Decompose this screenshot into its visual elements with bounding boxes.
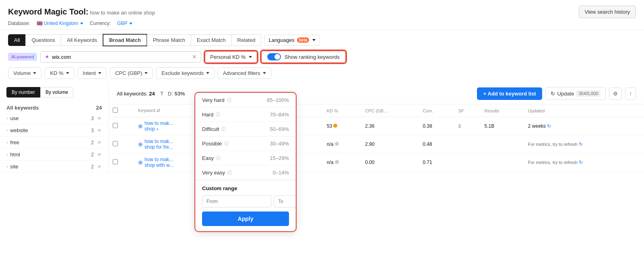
- col-checkbox: [109, 104, 134, 117]
- update-count-badge: 354/5,000: [576, 90, 601, 97]
- refresh-icon[interactable]: ↻: [579, 160, 583, 165]
- chevron-right-icon: ›: [6, 128, 8, 133]
- sidebar-item-free[interactable]: › free 2 👁: [0, 137, 108, 149]
- kd-filter[interactable]: KD %: [45, 67, 74, 79]
- col-sf[interactable]: SF: [454, 104, 481, 117]
- beta-badge: beta: [297, 37, 310, 43]
- sidebar-item-use[interactable]: › use 3 👁: [0, 112, 108, 124]
- tab-exact-match[interactable]: Exact Match: [191, 34, 232, 46]
- show-ranking-toggle-wrap[interactable]: Show ranking keywords: [261, 50, 346, 63]
- exclude-keywords-filter[interactable]: Exclude keywords: [156, 67, 215, 79]
- database-dropdown[interactable]: 🇬🇧 United Kingdom: [37, 21, 83, 26]
- row-checkbox[interactable]: [113, 123, 118, 128]
- tab-all-keywords[interactable]: All Keywords: [61, 34, 103, 46]
- sidebar-item-site[interactable]: › site 2 👁: [0, 161, 108, 173]
- kd-chevron-icon: [249, 56, 252, 58]
- toolbar: All Questions All Keywords Broad Match P…: [0, 30, 644, 63]
- cpc-filter[interactable]: CPC (GBP): [110, 67, 153, 79]
- content-area: By number By volume All keywords 24 › us…: [0, 83, 644, 173]
- keywords-table: Keyword ⇄ Trend ✦ PKD % KD % CPC (GB... …: [109, 104, 644, 172]
- eye-icon[interactable]: 👁: [97, 140, 102, 145]
- plus-icon[interactable]: ⊕: [138, 123, 143, 129]
- table-header: All keywords: 24 T D: 53% + Add to keywo…: [109, 83, 644, 104]
- col-updated[interactable]: Updated: [524, 104, 644, 117]
- info-icon[interactable]: ⓘ: [227, 97, 231, 103]
- keyword-link-2[interactable]: shop »: [144, 126, 159, 132]
- eye-icon[interactable]: 👁: [97, 164, 102, 170]
- advanced-filters-btn[interactable]: Advanced filters: [218, 67, 271, 79]
- currency-chevron-icon: [129, 23, 132, 25]
- export-button[interactable]: ↑: [625, 87, 636, 100]
- col-com[interactable]: Com.: [419, 104, 454, 117]
- table-actions: + Add to keyword list ↻ Update 354/5,000…: [477, 87, 636, 100]
- tab-broad-match[interactable]: Broad Match: [103, 34, 147, 46]
- kd-filter-chevron-icon: [66, 72, 69, 74]
- add-to-keyword-list-button[interactable]: + Add to keyword list: [477, 87, 543, 100]
- row-checkbox[interactable]: [113, 159, 118, 164]
- info-icon[interactable]: ⓘ: [227, 170, 232, 173]
- sidebar-tabs: By number By volume: [0, 83, 108, 102]
- kd-option-very-hard[interactable]: Very hard ⓘ 85–100%: [196, 93, 295, 108]
- col-kd[interactable]: KD %: [323, 104, 361, 117]
- kd-dropdown: Personal KD %: [204, 51, 258, 63]
- kd-option-very-easy[interactable]: Very easy ⓘ 0–14%: [196, 166, 295, 173]
- row-checkbox[interactable]: [113, 141, 118, 146]
- exclude-chevron-icon: [206, 72, 209, 74]
- plus-icon[interactable]: ⊕: [138, 141, 143, 147]
- table-header-row: Keyword ⇄ Trend ✦ PKD % KD % CPC (GB... …: [109, 104, 644, 117]
- eye-icon[interactable]: 👁: [97, 116, 102, 121]
- tab-questions[interactable]: Questions: [25, 34, 61, 46]
- select-all-checkbox[interactable]: [113, 108, 118, 113]
- info-icon[interactable]: ⓘ: [221, 126, 226, 132]
- keyword-link[interactable]: how to mak...: [144, 120, 173, 126]
- by-number-tab[interactable]: By number: [6, 87, 40, 97]
- col-cpc[interactable]: CPC (GB...: [361, 104, 419, 117]
- tab-bar: All Questions All Keywords Broad Match P…: [8, 34, 636, 46]
- by-volume-tab[interactable]: By volume: [40, 87, 73, 97]
- keyword-link-2[interactable]: shop for fre...: [144, 144, 173, 150]
- refresh-icon[interactable]: ↻: [579, 141, 583, 147]
- refresh-icon: ↻: [551, 91, 555, 97]
- kd-dot: [335, 160, 339, 164]
- tab-all[interactable]: All: [8, 34, 26, 46]
- settings-button[interactable]: ⚙: [609, 87, 622, 100]
- tab-phrase-match[interactable]: Phrase Match: [147, 34, 191, 46]
- kd-option-difficult[interactable]: Difficult ⓘ 50–69%: [196, 122, 295, 137]
- eye-icon[interactable]: 👁: [97, 152, 102, 158]
- view-history-button[interactable]: View search history: [579, 6, 636, 18]
- volume-filter[interactable]: Volume: [8, 67, 41, 79]
- search-input[interactable]: [52, 54, 190, 60]
- eye-icon[interactable]: 👁: [97, 128, 102, 133]
- intent-filter[interactable]: Intent: [78, 67, 107, 79]
- update-button[interactable]: ↻ Update 354/5,000: [545, 87, 606, 100]
- keyword-link-2[interactable]: shop with w...: [144, 162, 173, 168]
- show-ranking-label: Show ranking keywords: [284, 54, 339, 60]
- tab-related[interactable]: Related: [231, 34, 262, 46]
- ai-powered-label: AI-powered: [8, 53, 37, 61]
- keyword-link[interactable]: how to mak...: [144, 139, 173, 144]
- refresh-icon[interactable]: ↻: [547, 123, 551, 129]
- filters-row: Volume KD % Intent CPC (GBP) Exclude key…: [0, 67, 644, 79]
- plus-icon[interactable]: ⊕: [138, 159, 143, 166]
- kd-option-hard[interactable]: Hard ⓘ 70–84%: [196, 108, 295, 122]
- tab-languages[interactable]: Languages beta: [264, 35, 320, 46]
- info-icon[interactable]: ⓘ: [216, 155, 221, 161]
- advanced-chevron-icon: [263, 72, 266, 74]
- kd-option-possible[interactable]: Possible ⓘ 30–49%: [196, 137, 295, 151]
- kd-dropdown-button[interactable]: Personal KD %: [204, 51, 258, 63]
- clear-icon[interactable]: ✕: [192, 54, 197, 60]
- info-icon[interactable]: ⓘ: [216, 112, 220, 118]
- chevron-right-icon: ›: [6, 116, 8, 120]
- sidebar-item-website[interactable]: › website 3 👁: [0, 124, 108, 137]
- kd-option-easy[interactable]: Easy ⓘ 15–29%: [196, 151, 295, 166]
- keyword-link[interactable]: how to mak...: [144, 157, 173, 162]
- table-row: ⊕ how to mak... shop for fre... n/a: [109, 135, 644, 153]
- col-results[interactable]: Results: [481, 104, 524, 117]
- ranking-toggle[interactable]: [267, 53, 281, 60]
- currency-dropdown[interactable]: GBP: [117, 21, 132, 26]
- sidebar-item-html[interactable]: › html 2 👁: [0, 149, 108, 161]
- header-meta: Database: 🇬🇧 United Kingdom Currency: GB…: [8, 21, 636, 26]
- search-input-wrap[interactable]: ✦ ✕: [40, 51, 201, 62]
- info-icon[interactable]: ⓘ: [224, 141, 229, 147]
- page-header: Keyword Magic Tool: how to make an onlin…: [0, 0, 644, 30]
